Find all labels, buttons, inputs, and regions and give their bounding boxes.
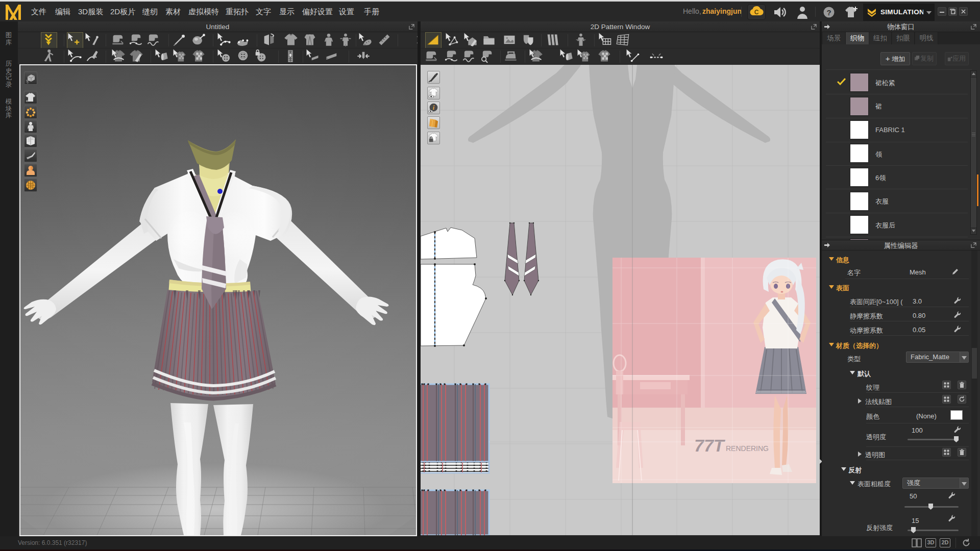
svg-text:?: ? [826, 8, 831, 17]
svg-text:77T: 77T [694, 436, 726, 455]
svg-text:C: C [754, 9, 759, 16]
svg-text:i: i [433, 104, 435, 111]
